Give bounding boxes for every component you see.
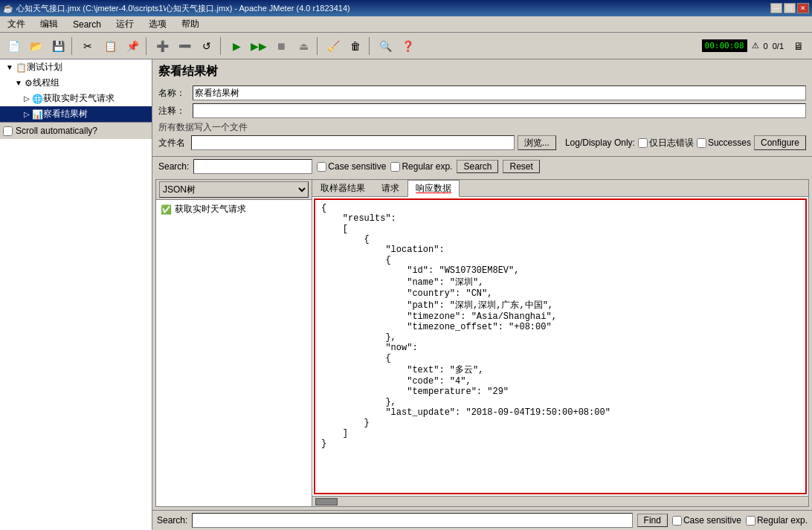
filename-input[interactable] — [191, 135, 515, 150]
json-content[interactable]: { "results": [ { "location": { "id": "WS… — [314, 198, 807, 494]
copy-btn[interactable]: 📋 — [100, 36, 120, 56]
title-bar-controls: ─ □ ✕ — [770, 3, 809, 13]
save-btn[interactable]: 💾 — [48, 36, 68, 56]
tree-panel-header: JSON树 — [156, 180, 312, 200]
tree-dropdown[interactable]: JSON树 — [159, 181, 309, 198]
weather-expand-icon: ▷ — [24, 94, 30, 103]
warning-icon: ⚠ — [752, 41, 759, 51]
result-item[interactable]: ✅ 获取实时天气请求 — [158, 201, 310, 217]
cut-btn[interactable]: ✂ — [77, 36, 98, 56]
tree-item-weather-request[interactable]: ▷ 🌐 获取实时天气请求 — [0, 91, 152, 106]
sidebar: ▼ 📋 测试计划 ▼ ⚙ 线程组 ▷ 🌐 获取实时天气请求 ▷ 📊 察看结果树 … — [0, 59, 152, 530]
menu-edit[interactable]: 编辑 — [36, 16, 62, 32]
minimize-btn[interactable]: ─ — [770, 3, 782, 13]
weather-request-label: 获取实时天气请求 — [43, 92, 115, 105]
menu-help[interactable]: 帮助 — [177, 16, 204, 32]
content-split: JSON树 ✅ 获取实时天气请求 取样器结果 请求 响应数据 — [155, 179, 809, 507]
app-icon: ☕ — [3, 4, 13, 13]
main-container: ▼ 📋 测试计划 ▼ ⚙ 线程组 ▷ 🌐 获取实时天气请求 ▷ 📊 察看结果树 … — [0, 59, 812, 530]
name-label: 名称： — [158, 87, 188, 100]
bottom-regex-checkbox[interactable] — [746, 516, 755, 526]
auto-scroll-checkbox[interactable] — [3, 126, 13, 136]
case-sensitive-checkbox[interactable] — [317, 162, 326, 172]
bottom-search-label: Search: — [157, 515, 187, 526]
help-btn[interactable]: ❓ — [397, 36, 418, 56]
sidebar-bottom: Scroll automatically? — [0, 122, 152, 139]
successes-check[interactable]: Successes — [697, 138, 751, 148]
search-btn[interactable]: Search — [457, 160, 498, 173]
menu-search[interactable]: Search — [68, 18, 106, 31]
clear-btn[interactable]: 🧹 — [323, 36, 344, 56]
toolbar: 📄 📂 💾 ✂ 📋 📌 ➕ ➖ ↺ ▶ ▶▶ ⏹ ⏏ 🧹 🗑 🔍 ❓ 00:00… — [0, 33, 812, 59]
new-btn[interactable]: 📄 — [3, 36, 24, 56]
sep5 — [369, 37, 372, 55]
expand-btn[interactable]: ➕ — [152, 36, 173, 56]
maximize-btn[interactable]: □ — [784, 3, 796, 13]
reset-btn[interactable]: Reset — [503, 160, 539, 173]
right-panel: 察看结果树 名称： 注释： 所有数据写入一个文件 文件名 浏览... Log/D… — [152, 59, 812, 530]
bottom-case-checkbox[interactable] — [672, 516, 682, 526]
test-plan-icon: ▼ — [6, 63, 13, 71]
tree-item-result-tree[interactable]: ▷ 📊 察看结果树 — [0, 106, 152, 122]
toolbar-right: 00:00:08 ⚠ 0 0/1 🖥 — [702, 36, 809, 56]
remote-btn[interactable]: 🖥 — [788, 36, 809, 56]
scroll-thumb[interactable] — [315, 498, 338, 505]
run-fraction: 0/1 — [773, 42, 784, 51]
name-input[interactable] — [193, 85, 806, 100]
close-btn[interactable]: ✕ — [797, 3, 809, 13]
case-sensitive-check[interactable]: Case sensitive — [317, 161, 386, 172]
clear-all-btn[interactable]: 🗑 — [345, 36, 366, 56]
search-input[interactable] — [193, 159, 312, 174]
tree-item-thread-group[interactable]: ▼ ⚙ 线程组 — [0, 75, 152, 91]
result-tree-icon: 📊 — [32, 109, 43, 120]
menu-bar: 文件 编辑 Search 运行 选项 帮助 — [0, 16, 812, 33]
regex-check[interactable]: Regular exp. — [390, 161, 452, 172]
collapse-btn[interactable]: ➖ — [174, 36, 195, 56]
window-title: 心知天气接口.jmx (C:\jmeter-4.0\scripts1\心知天气接… — [16, 3, 350, 14]
paste-btn[interactable]: 📌 — [122, 36, 143, 56]
horizontal-scrollbar[interactable] — [312, 496, 808, 506]
find-btn[interactable]: Find — [637, 514, 668, 527]
tab-sampler-result[interactable]: 取样器结果 — [312, 180, 373, 196]
weather-icon: 🌐 — [32, 94, 43, 104]
tab-request[interactable]: 请求 — [373, 180, 407, 196]
bottom-case-label: Case sensitive — [683, 515, 741, 526]
errors-check[interactable]: 仅日志错误 — [638, 137, 694, 149]
errors-label: 仅日志错误 — [649, 137, 694, 149]
search-toolbar-btn[interactable]: 🔍 — [375, 36, 396, 56]
tabs-row: 取样器结果 请求 响应数据 — [312, 180, 808, 197]
successes-label: Successes — [708, 138, 751, 148]
successes-checkbox[interactable] — [697, 138, 706, 148]
comment-input[interactable] — [193, 103, 806, 118]
bottom-regex-check[interactable]: Regular exp. — [746, 515, 808, 526]
tab-response-label: 响应数据 — [416, 183, 451, 193]
start-btn[interactable]: ▶ — [226, 36, 247, 56]
bottom-regex-label: Regular exp. — [757, 515, 808, 526]
regex-checkbox[interactable] — [390, 162, 400, 172]
stop-btn[interactable]: ⏹ — [271, 36, 291, 56]
result-success-icon: ✅ — [161, 204, 172, 215]
start-no-pause-btn[interactable]: ▶▶ — [248, 36, 269, 56]
bottom-case-check[interactable]: Case sensitive — [672, 515, 741, 526]
tree-item-test-plan[interactable]: ▼ 📋 测试计划 — [0, 59, 152, 75]
reset-btn[interactable]: ↺ — [196, 36, 217, 56]
errors-checkbox[interactable] — [638, 138, 648, 148]
regex-label: Regular exp. — [402, 161, 452, 172]
result-tree-label: 察看结果树 — [43, 108, 88, 120]
search-row: Search: Case sensitive Regular exp. Sear… — [152, 156, 812, 176]
result-item-label: 获取实时天气请求 — [175, 203, 246, 216]
menu-file[interactable]: 文件 — [3, 16, 30, 32]
bottom-search-input[interactable] — [192, 513, 632, 528]
open-btn[interactable]: 📂 — [25, 36, 46, 56]
menu-run[interactable]: 运行 — [112, 16, 138, 32]
browse-btn[interactable]: 浏览... — [518, 135, 556, 150]
configure-btn[interactable]: Configure — [754, 135, 806, 150]
menu-options[interactable]: 选项 — [144, 16, 171, 32]
tree-panel-content: ✅ 获取实时天气请求 — [156, 200, 312, 506]
test-plan-icon2: 📋 — [16, 62, 27, 73]
thread-group-icon: ⚙ — [25, 78, 33, 88]
shutdown-btn[interactable]: ⏏ — [293, 36, 314, 56]
tab-response-data[interactable]: 响应数据 — [407, 180, 460, 197]
panel-title: 察看结果树 — [158, 65, 218, 77]
title-bar-left: ☕ 心知天气接口.jmx (C:\jmeter-4.0\scripts1\心知天… — [3, 3, 350, 14]
